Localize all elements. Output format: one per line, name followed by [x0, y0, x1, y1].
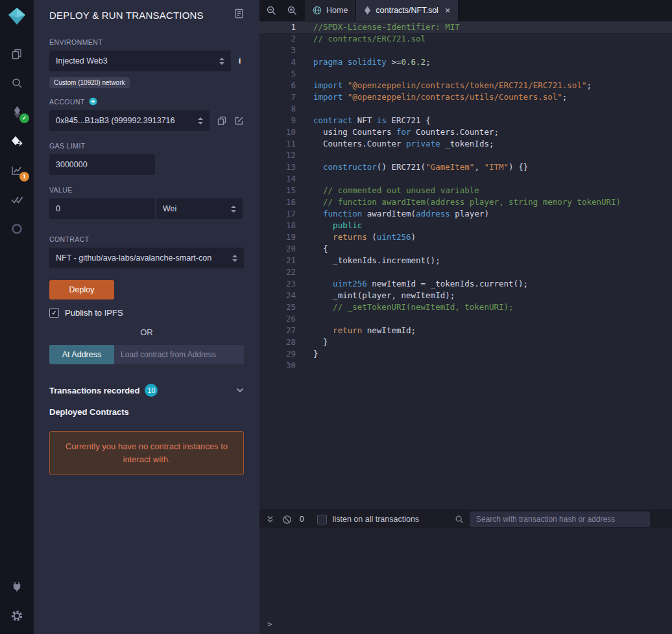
- publish-ipfs-checkbox[interactable]: ✓: [49, 308, 59, 318]
- at-address-button[interactable]: At Address: [49, 345, 114, 364]
- at-address-input[interactable]: [114, 345, 244, 364]
- line-text: import "@openzeppelin/contracts/token/ER…: [296, 80, 592, 91]
- deploy-run-panel: DEPLOY & RUN TRANSACTIONS ENVIRONMENT In…: [34, 0, 259, 634]
- environment-select[interactable]: Injected Web3: [49, 51, 231, 71]
- deployed-contracts-label: Deployed Contracts: [49, 407, 244, 417]
- contract-select[interactable]: NFT - github/ava-labs/avalanche-smart-co…: [49, 248, 244, 268]
- code-line-6[interactable]: 6import "@openzeppelin/contracts/token/E…: [259, 80, 672, 91]
- line-number: 20: [259, 243, 296, 255]
- select-stepper-icon: [232, 255, 237, 262]
- line-number: 11: [259, 138, 296, 150]
- code-line-21[interactable]: 21 _tokenIds.increment();: [259, 255, 672, 266]
- line-text: }: [296, 348, 318, 360]
- value-unit: Wei: [163, 204, 176, 213]
- file-explorer-icon[interactable]: [0, 39, 34, 68]
- search-icon[interactable]: [0, 68, 34, 97]
- close-tab-icon[interactable]: ×: [445, 5, 450, 16]
- code-line-17[interactable]: 17 function awardItem(address player): [259, 208, 672, 220]
- select-stepper-icon: [219, 58, 224, 65]
- statistics-count-badge: 1: [19, 172, 29, 182]
- code-line-25[interactable]: 25 // _setTokenURI(newItemId, tokenURI);: [259, 301, 672, 313]
- value-unit-select[interactable]: Wei: [156, 198, 243, 219]
- line-text: [296, 173, 313, 185]
- code-line-7[interactable]: 7import "@openzeppelin/contracts/utils/C…: [259, 91, 672, 103]
- line-number: 28: [259, 336, 296, 348]
- line-text: // commented out unused variable: [296, 185, 479, 196]
- line-text: }: [296, 336, 328, 348]
- zoom-out-icon[interactable]: [266, 5, 276, 16]
- account-select[interactable]: 0x845...B1aB3 (999992.3913716: [49, 110, 210, 131]
- add-account-icon[interactable]: [89, 97, 97, 106]
- code-line-8[interactable]: 8: [259, 103, 672, 115]
- code-line-30[interactable]: 30: [259, 360, 672, 371]
- code-line-5[interactable]: 5: [259, 68, 672, 80]
- value-input[interactable]: [49, 198, 155, 219]
- code-line-16[interactable]: 16 // function awardItem(address player,…: [259, 196, 672, 208]
- statistics-icon[interactable]: 1: [0, 156, 34, 185]
- code-line-12[interactable]: 12: [259, 150, 672, 161]
- line-number: 9: [259, 115, 296, 126]
- line-text: [296, 45, 313, 56]
- code-line-13[interactable]: 13 constructor() ERC721("GameItem", "ITM…: [259, 161, 672, 173]
- main-area: Home contracts/NFT.sol × 1//SPDX-License…: [259, 0, 672, 634]
- zoom-in-icon[interactable]: [287, 5, 297, 16]
- select-stepper-icon: [231, 205, 236, 213]
- chevron-down-icon[interactable]: [236, 388, 244, 393]
- line-number: 23: [259, 278, 296, 290]
- code-line-4[interactable]: 4pragma solidity >=0.6.2;: [259, 56, 672, 68]
- code-line-26[interactable]: 26: [259, 313, 672, 325]
- line-number: 29: [259, 348, 296, 360]
- code-line-14[interactable]: 14: [259, 173, 672, 185]
- code-line-11[interactable]: 11 Counters.Counter private _tokenIds;: [259, 138, 672, 150]
- settings-icon[interactable]: [0, 601, 34, 630]
- deploy-and-run-icon[interactable]: [0, 126, 34, 156]
- code-editor[interactable]: 1//SPDX-License-Identifier: MIT2// contr…: [259, 21, 672, 510]
- edit-account-icon[interactable]: [234, 116, 244, 126]
- tab-nft-sol-label: contracts/NFT.sol: [376, 6, 438, 15]
- plugin-manager-icon[interactable]: [0, 572, 34, 601]
- code-line-1[interactable]: 1//SPDX-License-Identifier: MIT: [259, 21, 672, 33]
- remix-ide-app: ✓ 1: [0, 0, 672, 634]
- code-line-9[interactable]: 9contract NFT is ERC721 {: [259, 115, 672, 126]
- code-line-27[interactable]: 27 return newItemId;: [259, 325, 672, 336]
- unit-testing-icon[interactable]: [0, 185, 34, 214]
- code-line-2[interactable]: 2// contracts/ERC721.sol: [259, 33, 672, 45]
- code-line-22[interactable]: 22: [259, 266, 672, 278]
- remix-logo-icon[interactable]: [7, 6, 27, 29]
- line-text: _tokenIds.increment();: [296, 255, 440, 266]
- code-line-18[interactable]: 18 public: [259, 220, 672, 231]
- transactions-recorded-label: Transactions recorded: [49, 386, 139, 395]
- solidity-compiler-icon[interactable]: ✓: [0, 97, 34, 126]
- terminal-search-input[interactable]: [470, 511, 650, 527]
- code-line-19[interactable]: 19 returns (uint256): [259, 231, 672, 243]
- code-line-3[interactable]: 3: [259, 45, 672, 56]
- code-line-29[interactable]: 29}: [259, 348, 672, 360]
- gas-limit-input[interactable]: [49, 154, 155, 175]
- home-globe-icon: [313, 6, 322, 15]
- code-line-10[interactable]: 10 using Counters for Counters.Counter;: [259, 126, 672, 138]
- terminal-clear-icon[interactable]: [282, 515, 292, 524]
- code-line-15[interactable]: 15 // commented out unused variable: [259, 185, 672, 196]
- documentation-icon[interactable]: [234, 8, 244, 21]
- line-number: 27: [259, 325, 296, 336]
- listen-all-checkbox[interactable]: [317, 515, 327, 524]
- line-text: // _setTokenURI(newItemId, tokenURI);: [296, 301, 514, 313]
- line-text: using Counters for Counters.Counter;: [296, 126, 499, 138]
- compiler-success-badge: ✓: [19, 113, 29, 123]
- terminal-collapse-icon[interactable]: [266, 515, 274, 524]
- tab-nft-sol[interactable]: contracts/NFT.sol ×: [356, 0, 459, 21]
- debugger-icon[interactable]: [0, 214, 34, 243]
- code-line-20[interactable]: 20 {: [259, 243, 672, 255]
- line-text: _mint(player, newItemId);: [296, 290, 455, 301]
- code-line-24[interactable]: 24 _mint(player, newItemId);: [259, 290, 672, 301]
- code-line-23[interactable]: 23 uint256 newItemId = _tokenIds.current…: [259, 278, 672, 290]
- deploy-button[interactable]: Deploy: [49, 280, 114, 299]
- line-number: 5: [259, 68, 296, 80]
- line-number: 7: [259, 91, 296, 103]
- environment-info-icon[interactable]: i: [239, 56, 241, 65]
- terminal-output[interactable]: >: [259, 528, 672, 634]
- copy-account-icon[interactable]: [217, 116, 226, 125]
- line-text: contract NFT is ERC721 {: [296, 115, 431, 126]
- tab-home[interactable]: Home: [305, 0, 356, 21]
- code-line-28[interactable]: 28 }: [259, 336, 672, 348]
